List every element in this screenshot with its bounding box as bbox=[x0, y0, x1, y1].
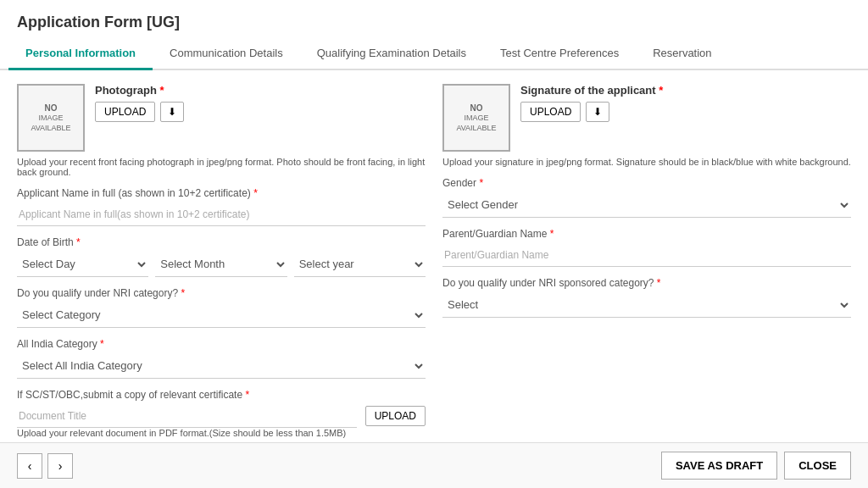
dob-month-select[interactable]: Select Month bbox=[155, 252, 287, 277]
nri-sponsored-group: Do you qualify under NRI sponsored categ… bbox=[442, 277, 851, 318]
gender-label: Gender * bbox=[442, 177, 851, 189]
guardian-name-input[interactable] bbox=[442, 243, 851, 267]
tab-reservation[interactable]: Reservation bbox=[636, 38, 728, 70]
applicant-name-input[interactable] bbox=[17, 202, 426, 226]
tab-personal[interactable]: Personal Information bbox=[8, 38, 153, 70]
signature-download-button[interactable]: ⬇ bbox=[586, 102, 609, 122]
photograph-download-button[interactable]: ⬇ bbox=[160, 102, 184, 122]
certificate-label: If SC/ST/OBC,submit a copy of relevant c… bbox=[17, 389, 426, 401]
certificate-group: If SC/ST/OBC,submit a copy of relevant c… bbox=[17, 389, 426, 438]
photograph-preview: NO IMAGE AVAILABLE bbox=[17, 84, 85, 152]
nri-sponsored-select[interactable]: Select Yes No bbox=[442, 292, 851, 318]
all-india-category-label: All India Category * bbox=[17, 338, 426, 350]
app-header: Application Form [UG] bbox=[0, 0, 868, 38]
photograph-upload-button[interactable]: UPLOAD bbox=[95, 102, 155, 122]
signature-hint: Upload your signature in jpeg/png format… bbox=[442, 157, 851, 167]
tab-qualifying[interactable]: Qualifying Examination Details bbox=[300, 38, 483, 70]
photograph-label: Photograph * bbox=[95, 84, 184, 97]
bottom-bar: ‹ › SAVE AS DRAFT CLOSE bbox=[0, 442, 868, 448]
dob-day-select[interactable]: Select Day bbox=[17, 252, 148, 277]
guardian-name-label: Parent/Guardian Name * bbox=[442, 228, 851, 240]
guardian-name-group: Parent/Guardian Name * bbox=[442, 228, 851, 267]
app-title: Application Form [UG] bbox=[17, 14, 851, 31]
signature-section: NO IMAGE AVAILABLE Signature of the appl… bbox=[442, 84, 851, 152]
tab-test-centre[interactable]: Test Centre Preferences bbox=[483, 38, 636, 70]
tabs-bar: Personal Information Communication Detai… bbox=[0, 38, 868, 70]
certificate-upload-button[interactable]: UPLOAD bbox=[365, 406, 426, 426]
dob-label: Date of Birth * bbox=[17, 236, 426, 248]
nri-category-label: Do you qualify under NRI category? * bbox=[17, 287, 426, 299]
nri-category-group: Do you qualify under NRI category? * Sel… bbox=[17, 287, 426, 328]
nri-sponsored-label: Do you qualify under NRI sponsored categ… bbox=[442, 277, 851, 289]
applicant-name-group: Applicant Name in full (as shown in 10+2… bbox=[17, 187, 426, 226]
all-india-category-select[interactable]: Select All India Category General SC ST … bbox=[17, 353, 426, 379]
applicant-name-label: Applicant Name in full (as shown in 10+2… bbox=[17, 187, 426, 199]
nri-category-select[interactable]: Select Category Yes No bbox=[17, 302, 426, 328]
gender-select[interactable]: Select Gender Male Female Other bbox=[442, 192, 851, 218]
photograph-section: NO IMAGE AVAILABLE Photograph * UPLOAD ⬇ bbox=[17, 84, 426, 152]
certificate-hint: Upload your relevant document in PDF for… bbox=[17, 428, 426, 438]
gender-group: Gender * Select Gender Male Female Other bbox=[442, 177, 851, 218]
tab-communication[interactable]: Communication Details bbox=[153, 38, 300, 70]
all-india-category-group: All India Category * Select All India Ca… bbox=[17, 338, 426, 379]
dob-group: Date of Birth * Select Day Select Month … bbox=[17, 236, 426, 277]
signature-upload-button[interactable]: UPLOAD bbox=[520, 102, 581, 122]
signature-preview: NO IMAGE AVAILABLE bbox=[442, 84, 510, 152]
form-container: NO IMAGE AVAILABLE Photograph * UPLOAD ⬇… bbox=[0, 70, 868, 448]
signature-label: Signature of the applicant * bbox=[520, 84, 663, 97]
dob-year-select[interactable]: Select year bbox=[294, 252, 426, 277]
photograph-hint: Upload your recent front facing photogra… bbox=[17, 157, 426, 177]
certificate-doc-title-input[interactable] bbox=[17, 404, 357, 428]
